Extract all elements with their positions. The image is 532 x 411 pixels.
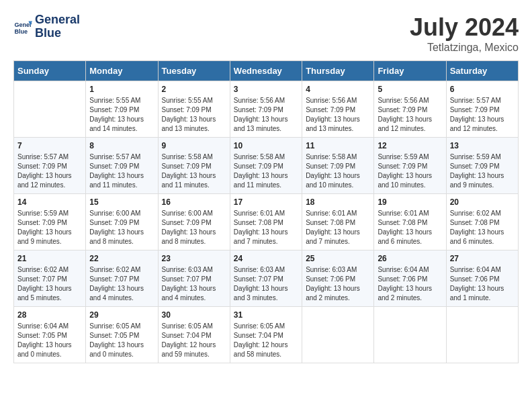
calendar-cell: 12Sunrise: 5:59 AM Sunset: 7:09 PM Dayli… (374, 138, 446, 194)
day-info: Sunrise: 5:58 AM Sunset: 7:09 PM Dayligh… (234, 152, 298, 190)
day-info: Sunrise: 6:04 AM Sunset: 7:06 PM Dayligh… (378, 265, 442, 303)
calendar-week-1: 1Sunrise: 5:55 AM Sunset: 7:09 PM Daylig… (14, 81, 519, 138)
weekday-header-tuesday: Tuesday (158, 61, 230, 81)
day-number: 12 (378, 141, 442, 150)
day-number: 24 (234, 254, 298, 263)
calendar-cell: 17Sunrise: 6:01 AM Sunset: 7:08 PM Dayli… (230, 194, 302, 250)
calendar-cell: 22Sunrise: 6:02 AM Sunset: 7:07 PM Dayli… (86, 250, 158, 307)
day-number: 7 (17, 141, 82, 150)
day-info: Sunrise: 6:00 AM Sunset: 7:09 PM Dayligh… (89, 209, 154, 246)
day-info: Sunrise: 6:04 AM Sunset: 7:05 PM Dayligh… (17, 322, 82, 359)
day-info: Sunrise: 5:57 AM Sunset: 7:09 PM Dayligh… (89, 152, 154, 190)
calendar-cell: 6Sunrise: 5:57 AM Sunset: 7:09 PM Daylig… (446, 81, 518, 138)
calendar-cell: 25Sunrise: 6:03 AM Sunset: 7:06 PM Dayli… (302, 250, 374, 307)
day-number: 6 (450, 85, 515, 94)
day-info: Sunrise: 6:03 AM Sunset: 7:07 PM Dayligh… (234, 265, 298, 303)
day-number: 4 (306, 85, 370, 94)
svg-text:Blue: Blue (14, 28, 28, 35)
calendar-cell: 21Sunrise: 6:02 AM Sunset: 7:07 PM Dayli… (14, 250, 86, 307)
calendar-cell: 10Sunrise: 5:58 AM Sunset: 7:09 PM Dayli… (230, 138, 302, 194)
day-info: Sunrise: 6:01 AM Sunset: 7:08 PM Dayligh… (234, 209, 298, 246)
calendar-week-5: 28Sunrise: 6:04 AM Sunset: 7:05 PM Dayli… (14, 307, 519, 363)
day-info: Sunrise: 5:57 AM Sunset: 7:09 PM Dayligh… (450, 96, 515, 134)
calendar-cell: 3Sunrise: 5:56 AM Sunset: 7:09 PM Daylig… (230, 81, 302, 138)
calendar-table: SundayMondayTuesdayWednesdayThursdayFrid… (13, 60, 519, 363)
day-info: Sunrise: 6:03 AM Sunset: 7:07 PM Dayligh… (162, 265, 226, 303)
calendar-cell (374, 307, 446, 363)
day-number: 10 (234, 141, 298, 150)
calendar-cell: 15Sunrise: 6:00 AM Sunset: 7:09 PM Dayli… (86, 194, 158, 250)
day-number: 27 (450, 254, 515, 263)
weekday-header-friday: Friday (374, 61, 446, 81)
calendar-cell: 9Sunrise: 5:58 AM Sunset: 7:09 PM Daylig… (158, 138, 230, 194)
calendar-cell: 1Sunrise: 5:55 AM Sunset: 7:09 PM Daylig… (86, 81, 158, 138)
day-info: Sunrise: 6:04 AM Sunset: 7:06 PM Dayligh… (450, 265, 515, 303)
calendar-cell: 20Sunrise: 6:02 AM Sunset: 7:08 PM Dayli… (446, 194, 518, 250)
calendar-cell: 2Sunrise: 5:55 AM Sunset: 7:09 PM Daylig… (158, 81, 230, 138)
day-number: 2 (162, 85, 226, 94)
calendar-cell: 14Sunrise: 5:59 AM Sunset: 7:09 PM Dayli… (14, 194, 86, 250)
day-number: 19 (378, 197, 442, 207)
day-number: 31 (234, 310, 298, 320)
calendar-cell: 8Sunrise: 5:57 AM Sunset: 7:09 PM Daylig… (86, 138, 158, 194)
day-info: Sunrise: 6:02 AM Sunset: 7:08 PM Dayligh… (450, 209, 515, 246)
day-info: Sunrise: 6:00 AM Sunset: 7:09 PM Dayligh… (162, 209, 226, 246)
location: Tetlatzinga, Mexico (410, 42, 519, 54)
calendar-cell: 16Sunrise: 6:00 AM Sunset: 7:09 PM Dayli… (158, 194, 230, 250)
day-number: 5 (378, 85, 442, 94)
calendar-cell: 28Sunrise: 6:04 AM Sunset: 7:05 PM Dayli… (14, 307, 86, 363)
calendar-cell: 4Sunrise: 5:56 AM Sunset: 7:09 PM Daylig… (302, 81, 374, 138)
calendar-cell: 11Sunrise: 5:58 AM Sunset: 7:09 PM Dayli… (302, 138, 374, 194)
calendar-cell: 7Sunrise: 5:57 AM Sunset: 7:09 PM Daylig… (14, 138, 86, 194)
weekday-header-monday: Monday (86, 61, 158, 81)
day-number: 8 (89, 141, 154, 150)
day-info: Sunrise: 6:05 AM Sunset: 7:05 PM Dayligh… (89, 322, 154, 359)
day-info: Sunrise: 5:59 AM Sunset: 7:09 PM Dayligh… (450, 152, 515, 190)
weekday-header-saturday: Saturday (446, 61, 518, 81)
day-number: 23 (162, 254, 226, 263)
day-number: 11 (306, 141, 370, 150)
calendar-cell: 19Sunrise: 6:01 AM Sunset: 7:08 PM Dayli… (374, 194, 446, 250)
day-info: Sunrise: 6:01 AM Sunset: 7:08 PM Dayligh… (378, 209, 442, 246)
day-number: 30 (162, 310, 226, 320)
day-number: 15 (89, 197, 154, 207)
weekday-header-row: SundayMondayTuesdayWednesdayThursdayFrid… (14, 61, 519, 81)
calendar-cell: 13Sunrise: 5:59 AM Sunset: 7:09 PM Dayli… (446, 138, 518, 194)
calendar-cell (14, 81, 86, 138)
day-number: 26 (378, 254, 442, 263)
day-number: 1 (89, 85, 154, 94)
calendar-cell (302, 307, 374, 363)
day-info: Sunrise: 6:03 AM Sunset: 7:06 PM Dayligh… (306, 265, 370, 303)
day-number: 28 (17, 310, 82, 320)
calendar-cell: 24Sunrise: 6:03 AM Sunset: 7:07 PM Dayli… (230, 250, 302, 307)
calendar-week-3: 14Sunrise: 5:59 AM Sunset: 7:09 PM Dayli… (14, 194, 519, 250)
day-number: 17 (234, 197, 298, 207)
day-info: Sunrise: 5:55 AM Sunset: 7:09 PM Dayligh… (89, 96, 154, 134)
day-number: 13 (450, 141, 515, 150)
weekday-header-thursday: Thursday (302, 61, 374, 81)
day-info: Sunrise: 5:56 AM Sunset: 7:09 PM Dayligh… (378, 96, 442, 134)
day-number: 22 (89, 254, 154, 263)
day-info: Sunrise: 5:56 AM Sunset: 7:09 PM Dayligh… (306, 96, 370, 134)
calendar-cell: 27Sunrise: 6:04 AM Sunset: 7:06 PM Dayli… (446, 250, 518, 307)
calendar-cell: 30Sunrise: 6:05 AM Sunset: 7:04 PM Dayli… (158, 307, 230, 363)
day-info: Sunrise: 5:58 AM Sunset: 7:09 PM Dayligh… (306, 152, 370, 190)
day-number: 18 (306, 197, 370, 207)
calendar-header: SundayMondayTuesdayWednesdayThursdayFrid… (14, 61, 519, 81)
calendar-week-4: 21Sunrise: 6:02 AM Sunset: 7:07 PM Dayli… (14, 250, 519, 307)
day-info: Sunrise: 6:05 AM Sunset: 7:04 PM Dayligh… (234, 322, 298, 359)
day-info: Sunrise: 5:56 AM Sunset: 7:09 PM Dayligh… (234, 96, 298, 134)
page-header: General Blue General Blue July 2024 Tetl… (13, 13, 519, 54)
calendar-cell: 26Sunrise: 6:04 AM Sunset: 7:06 PM Dayli… (374, 250, 446, 307)
weekday-header-sunday: Sunday (14, 61, 86, 81)
calendar-cell: 5Sunrise: 5:56 AM Sunset: 7:09 PM Daylig… (374, 81, 446, 138)
day-number: 16 (162, 197, 226, 207)
calendar-cell: 23Sunrise: 6:03 AM Sunset: 7:07 PM Dayli… (158, 250, 230, 307)
calendar-cell: 18Sunrise: 6:01 AM Sunset: 7:08 PM Dayli… (302, 194, 374, 250)
calendar-cell: 31Sunrise: 6:05 AM Sunset: 7:04 PM Dayli… (230, 307, 302, 363)
weekday-header-wednesday: Wednesday (230, 61, 302, 81)
title-block: July 2024 Tetlatzinga, Mexico (410, 13, 519, 54)
day-info: Sunrise: 6:02 AM Sunset: 7:07 PM Dayligh… (17, 265, 82, 303)
day-number: 14 (17, 197, 82, 207)
day-number: 21 (17, 254, 82, 263)
